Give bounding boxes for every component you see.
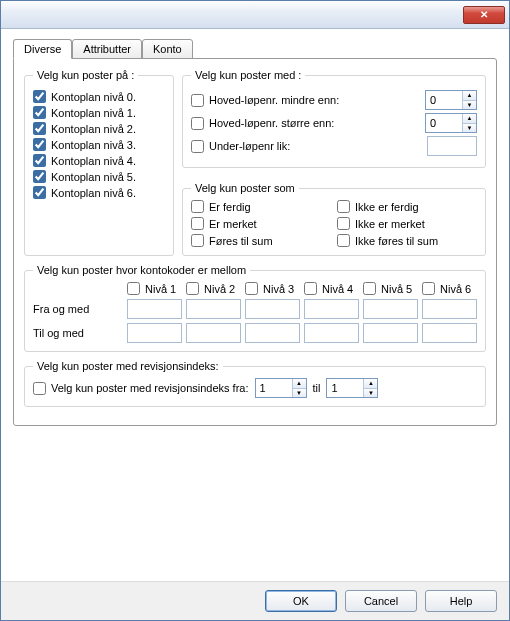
greater-than-spinner[interactable]: ▲▼ [425, 113, 477, 133]
less-than-checkbox[interactable] [191, 94, 204, 107]
less-than-check[interactable]: Hoved-løpenr. mindre enn: [191, 94, 419, 107]
niva1-checkbox[interactable] [127, 282, 140, 295]
chevron-up-icon[interactable]: ▲ [364, 379, 377, 389]
niva4-check[interactable]: Nivå 4 [304, 282, 359, 295]
to-n2-input[interactable] [186, 323, 241, 343]
niva6-checkbox[interactable] [422, 282, 435, 295]
level-2-checkbox[interactable] [33, 122, 46, 135]
level-group-legend: Velg kun poster på : [33, 69, 138, 81]
chevron-up-icon[interactable]: ▲ [463, 91, 476, 101]
level-3-label: Kontoplan nivå 3. [51, 139, 136, 151]
level-1-check[interactable]: Kontoplan nivå 1. [33, 106, 136, 119]
revision-from-input[interactable] [256, 379, 292, 397]
som-label: Ikke føres til sum [355, 235, 438, 247]
level-group: Velg kun poster på : Kontoplan nivå 0. K… [24, 69, 174, 256]
chevron-down-icon[interactable]: ▼ [364, 389, 377, 398]
level-5-checkbox[interactable] [33, 170, 46, 183]
less-than-spinner[interactable]: ▲▼ [425, 90, 477, 110]
close-button[interactable]: ✕ [463, 6, 505, 24]
button-bar: OK Cancel Help [1, 581, 509, 620]
range-group: Velg kun poster hvor kontokoder er mello… [24, 264, 486, 352]
greater-than-input[interactable] [426, 114, 462, 132]
chevron-down-icon[interactable]: ▼ [463, 101, 476, 110]
revision-check[interactable]: Velg kun poster med revisjonsindeks fra: [33, 382, 249, 395]
chevron-up-icon[interactable]: ▲ [463, 114, 476, 124]
ikke-fores-sum-checkbox[interactable] [337, 234, 350, 247]
help-button[interactable]: Help [425, 590, 497, 612]
level-1-label: Kontoplan nivå 1. [51, 107, 136, 119]
niva2-check[interactable]: Nivå 2 [186, 282, 241, 295]
tab-konto[interactable]: Konto [142, 39, 193, 59]
level-0-check[interactable]: Kontoplan nivå 0. [33, 90, 136, 103]
revision-checkbox[interactable] [33, 382, 46, 395]
revision-from-spinner[interactable]: ▲▼ [255, 378, 307, 398]
dialog-window: ✕ Diverse Attributter Konto Velg kun pos… [0, 0, 510, 621]
niva1-check[interactable]: Nivå 1 [127, 282, 182, 295]
under-equal-input[interactable] [427, 136, 477, 156]
level-1-checkbox[interactable] [33, 106, 46, 119]
under-equal-label: Under-løpenr lik: [209, 140, 290, 152]
less-than-input[interactable] [426, 91, 462, 109]
ikke-merket-checkbox[interactable] [337, 217, 350, 230]
niva-label: Nivå 3 [263, 283, 294, 295]
chevron-up-icon[interactable]: ▲ [293, 379, 306, 389]
revision-to-spinner[interactable]: ▲▼ [326, 378, 378, 398]
level-0-checkbox[interactable] [33, 90, 46, 103]
range-group-legend: Velg kun poster hvor kontokoder er mello… [33, 264, 250, 276]
to-n6-input[interactable] [422, 323, 477, 343]
ikke-ferdig-checkbox[interactable] [337, 200, 350, 213]
tab-attributter[interactable]: Attributter [72, 39, 142, 59]
cancel-button[interactable]: Cancel [345, 590, 417, 612]
niva3-checkbox[interactable] [245, 282, 258, 295]
level-4-check[interactable]: Kontoplan nivå 4. [33, 154, 136, 167]
er-ferdig-check[interactable]: Er ferdig [191, 200, 331, 213]
chevron-down-icon[interactable]: ▼ [293, 389, 306, 398]
level-2-check[interactable]: Kontoplan nivå 2. [33, 122, 136, 135]
to-n1-input[interactable] [127, 323, 182, 343]
level-6-check[interactable]: Kontoplan nivå 6. [33, 186, 136, 199]
er-merket-check[interactable]: Er merket [191, 217, 331, 230]
ikke-fores-sum-check[interactable]: Ikke føres til sum [337, 234, 477, 247]
niva3-check[interactable]: Nivå 3 [245, 282, 300, 295]
less-than-label: Hoved-løpenr. mindre enn: [209, 94, 339, 106]
from-n5-input[interactable] [363, 299, 418, 319]
fores-sum-checkbox[interactable] [191, 234, 204, 247]
niva4-checkbox[interactable] [304, 282, 317, 295]
revision-group: Velg kun poster med revisjonsindeks: Vel… [24, 360, 486, 407]
niva5-checkbox[interactable] [363, 282, 376, 295]
to-n4-input[interactable] [304, 323, 359, 343]
fores-sum-check[interactable]: Føres til sum [191, 234, 331, 247]
to-n3-input[interactable] [245, 323, 300, 343]
from-n4-input[interactable] [304, 299, 359, 319]
under-equal-checkbox[interactable] [191, 140, 204, 153]
er-merket-checkbox[interactable] [191, 217, 204, 230]
niva2-checkbox[interactable] [186, 282, 199, 295]
to-n5-input[interactable] [363, 323, 418, 343]
from-n6-input[interactable] [422, 299, 477, 319]
from-n3-input[interactable] [245, 299, 300, 319]
from-n2-input[interactable] [186, 299, 241, 319]
ok-button[interactable]: OK [265, 590, 337, 612]
level-6-checkbox[interactable] [33, 186, 46, 199]
greater-than-check[interactable]: Hoved-løpenr. større enn: [191, 117, 419, 130]
tab-diverse[interactable]: Diverse [13, 39, 72, 59]
level-5-check[interactable]: Kontoplan nivå 5. [33, 170, 136, 183]
revision-label: Velg kun poster med revisjonsindeks fra: [51, 382, 249, 394]
ikke-ferdig-check[interactable]: Ikke er ferdig [337, 200, 477, 213]
chevron-down-icon[interactable]: ▼ [463, 124, 476, 133]
som-label: Føres til sum [209, 235, 273, 247]
niva6-check[interactable]: Nivå 6 [422, 282, 477, 295]
level-3-check[interactable]: Kontoplan nivå 3. [33, 138, 136, 151]
ikke-merket-check[interactable]: Ikke er merket [337, 217, 477, 230]
niva-label: Nivå 4 [322, 283, 353, 295]
revision-group-legend: Velg kun poster med revisjonsindeks: [33, 360, 223, 372]
level-3-checkbox[interactable] [33, 138, 46, 151]
level-4-checkbox[interactable] [33, 154, 46, 167]
greater-than-checkbox[interactable] [191, 117, 204, 130]
niva5-check[interactable]: Nivå 5 [363, 282, 418, 295]
revision-to-input[interactable] [327, 379, 363, 397]
level-2-label: Kontoplan nivå 2. [51, 123, 136, 135]
er-ferdig-checkbox[interactable] [191, 200, 204, 213]
from-n1-input[interactable] [127, 299, 182, 319]
under-equal-check[interactable]: Under-løpenr lik: [191, 140, 421, 153]
